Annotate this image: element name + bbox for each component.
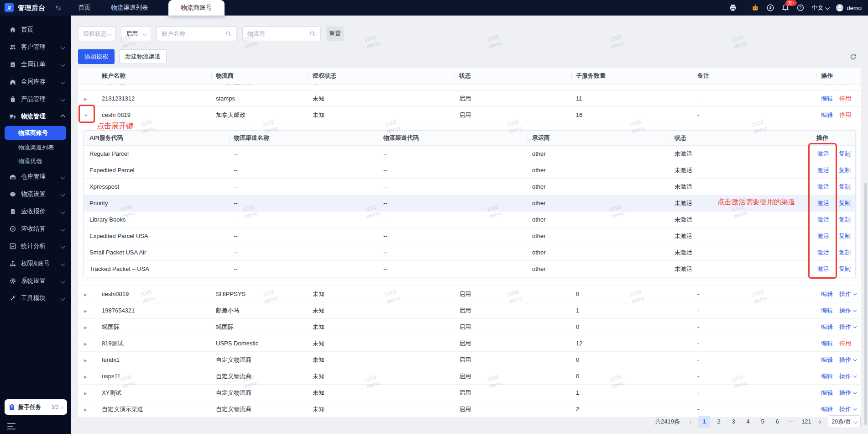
user-menu[interactable]: demo xyxy=(836,4,862,12)
expand-arrow-icon[interactable]: ▶ xyxy=(84,391,87,396)
sidebar-item[interactable]: 首页 xyxy=(0,21,71,38)
reset-button[interactable]: 重置 xyxy=(326,26,344,41)
expand-arrow-icon[interactable]: ▶ xyxy=(84,408,87,412)
robot-icon[interactable] xyxy=(751,4,759,12)
sidebar-collapse-icon[interactable]: ⇆ xyxy=(55,4,61,12)
sidebar-item[interactable]: 应收报价 xyxy=(0,203,71,220)
edit-link[interactable]: 编辑 xyxy=(821,111,833,119)
activate-link[interactable]: 激活 xyxy=(817,216,829,224)
carrier-input[interactable]: 物流商 xyxy=(242,26,321,41)
nav-tab[interactable]: 物流渠道列表 xyxy=(102,0,157,16)
edit-link[interactable]: 编辑 xyxy=(821,389,833,397)
copy-link[interactable]: 复制 xyxy=(839,199,851,207)
sidebar-item[interactable]: 客户管理 xyxy=(0,38,71,56)
edit-link[interactable]: 编辑 xyxy=(821,339,833,348)
edit-link[interactable]: 编辑 xyxy=(821,405,833,413)
sidebar-item[interactable]: $ 应收结算 xyxy=(0,220,71,238)
page-button[interactable]: 5 xyxy=(757,416,769,428)
sidebar-item[interactable]: 物流管理 xyxy=(0,108,71,125)
activate-link[interactable]: 激活 xyxy=(817,265,829,273)
sidebar-item[interactable]: 仓库管理 xyxy=(0,168,71,185)
new-channel-button[interactable]: 新建物流渠道 xyxy=(119,49,167,64)
row-action-link[interactable]: 停用 xyxy=(839,95,851,103)
sidebar-item[interactable]: 权限&账号 xyxy=(0,255,71,272)
newbie-task-card[interactable]: 新手任务 3/3 › xyxy=(5,399,67,415)
sidebar-item[interactable]: 物流渠道列表 xyxy=(0,141,71,154)
edit-link[interactable]: 编辑 xyxy=(821,372,833,381)
download-icon[interactable] xyxy=(766,4,774,12)
row-action-link[interactable]: 操作 xyxy=(839,356,856,364)
vertical-scrollbar[interactable] xyxy=(864,183,867,425)
sidebar-item[interactable]: 工具模块 xyxy=(0,290,71,307)
copy-link[interactable]: 复制 xyxy=(839,249,851,257)
auth-status-select[interactable]: 授权状态 xyxy=(78,26,115,41)
sidebar-item[interactable]: 全局订单 xyxy=(0,56,71,73)
row-action-link[interactable]: 操作 xyxy=(839,323,856,331)
sidebar-item[interactable]: 物流优选 xyxy=(0,154,71,168)
search-icon[interactable] xyxy=(309,31,316,37)
copy-link[interactable]: 复制 xyxy=(839,232,851,240)
activate-link[interactable]: 激活 xyxy=(817,249,829,257)
status-select[interactable]: 启用 xyxy=(121,26,151,41)
copy-link[interactable]: 复制 xyxy=(839,265,851,273)
edit-link[interactable]: 编辑 xyxy=(821,307,833,315)
add-auth-button[interactable]: 添加授权 xyxy=(78,49,115,64)
sidebar-item[interactable]: 全局库存 xyxy=(0,73,71,90)
nav-tab[interactable]: 物流商账号 xyxy=(168,0,225,16)
help-icon[interactable]: ? xyxy=(796,4,805,12)
activate-link[interactable]: 激活 xyxy=(817,150,829,158)
expand-arrow-icon[interactable]: ▼ xyxy=(84,113,88,118)
row-action-link[interactable]: 停用 xyxy=(839,339,851,348)
row-action-link[interactable]: 操作 xyxy=(839,372,856,381)
copy-link[interactable]: 复制 xyxy=(839,216,851,224)
sidebar-item[interactable]: 统计分析 xyxy=(0,238,71,255)
sidebar-item[interactable]: 物流商账号 xyxy=(5,126,66,140)
row-action-link[interactable]: 操作 xyxy=(839,307,856,315)
edit-link[interactable]: 编辑 xyxy=(821,290,833,298)
activate-link[interactable]: 激活 xyxy=(817,166,829,175)
printer-icon[interactable] xyxy=(729,4,737,12)
copy-link[interactable]: 复制 xyxy=(839,166,851,175)
row-action-link[interactable]: 停用 xyxy=(839,111,851,119)
menu-fold-icon[interactable] xyxy=(7,423,16,429)
notification-bell[interactable]: 99+ xyxy=(781,4,790,12)
edit-link[interactable]: 编辑 xyxy=(821,356,833,364)
page-button[interactable]: 3 xyxy=(727,416,739,428)
expand-arrow-icon[interactable]: ▶ xyxy=(84,375,87,379)
expand-arrow-icon[interactable]: ▶ xyxy=(84,97,87,101)
row-action-link[interactable]: 操作 xyxy=(839,290,856,298)
refresh-icon[interactable] xyxy=(849,53,857,61)
row-action-link[interactable]: 操作 xyxy=(839,405,856,413)
page-button[interactable]: ⋯ xyxy=(786,416,798,428)
page-button[interactable]: 121 xyxy=(800,416,812,428)
page-button[interactable]: 1 xyxy=(698,416,710,428)
edit-link[interactable]: 编辑 xyxy=(821,95,833,103)
page-button[interactable]: 4 xyxy=(742,416,754,428)
expand-arrow-icon[interactable]: ▶ xyxy=(84,309,87,313)
sidebar-item[interactable]: 产品管理 xyxy=(0,90,71,108)
language-selector[interactable]: 中文 xyxy=(811,4,829,12)
copy-link[interactable]: 复制 xyxy=(839,183,851,191)
activate-link[interactable]: 激活 xyxy=(817,232,829,240)
account-name-input[interactable]: 账户名称 xyxy=(157,26,237,41)
page-button[interactable]: 2 xyxy=(713,416,725,428)
activate-link[interactable]: 激活 xyxy=(817,199,829,207)
sidebar-item[interactable]: 系统设置 xyxy=(0,272,71,290)
expand-arrow-icon[interactable]: ▶ xyxy=(84,292,87,297)
page-button[interactable]: 6 xyxy=(771,416,783,428)
page-size-select[interactable]: 20条/页 xyxy=(828,415,861,428)
edit-link[interactable]: 编辑 xyxy=(821,323,833,331)
prev-page-button[interactable]: ‹ xyxy=(686,418,695,426)
nav-tab[interactable]: 首页 xyxy=(69,0,100,16)
edit-link[interactable]: 编辑 xyxy=(821,85,833,86)
expand-arrow-icon[interactable]: ▶ xyxy=(84,342,87,346)
activate-link[interactable]: 激活 xyxy=(817,183,829,191)
expand-arrow-icon[interactable]: ▶ xyxy=(84,358,87,363)
row-action-link[interactable]: 操作 xyxy=(839,389,856,397)
row-action-link[interactable]: 操作 xyxy=(839,85,856,86)
search-icon[interactable] xyxy=(225,31,232,37)
sidebar-item[interactable]: 物流设置 xyxy=(0,185,71,203)
copy-link[interactable]: 复制 xyxy=(839,150,851,158)
expand-arrow-icon[interactable]: ▶ xyxy=(84,85,87,85)
next-page-button[interactable]: › xyxy=(816,418,824,426)
